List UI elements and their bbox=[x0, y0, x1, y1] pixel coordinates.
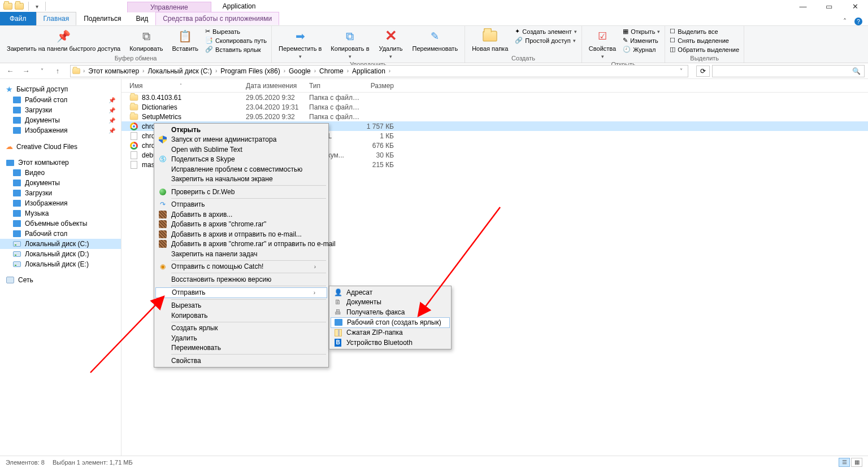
recent-locations-button[interactable]: ˅ bbox=[35, 65, 49, 77]
nav-item[interactable]: Объемные объекты bbox=[0, 218, 121, 229]
ctx-add-email[interactable]: Добавить в архив и отправить по e-mail..… bbox=[155, 229, 327, 239]
open-button[interactable]: ▦Открыть bbox=[622, 27, 661, 36]
ctx-copy[interactable]: Копировать bbox=[155, 310, 327, 321]
ctx-sublime[interactable]: Open with Sublime Text bbox=[155, 145, 327, 155]
nav-item[interactable]: Рабочий стол📌 bbox=[0, 95, 121, 105]
nav-item[interactable]: Загрузки bbox=[0, 188, 121, 198]
nav-item[interactable]: Видео bbox=[0, 168, 121, 178]
copy-to-button[interactable]: ⧉Копировать в bbox=[327, 27, 372, 60]
ctx-cut[interactable]: Вырезать bbox=[155, 301, 327, 311]
copy-button[interactable]: ⧉Копировать bbox=[126, 27, 166, 54]
back-button[interactable]: ← bbox=[3, 65, 17, 77]
nav-item[interactable]: Локальный диск (D:) bbox=[0, 249, 121, 259]
qat-customize-icon[interactable]: ▾ bbox=[33, 3, 41, 10]
qat-folder-icon[interactable] bbox=[15, 2, 24, 10]
ctx-share[interactable]: ↷Отправить bbox=[155, 200, 327, 210]
breadcrumb-segment[interactable]: Application bbox=[350, 67, 388, 75]
chevron-right-icon[interactable]: › bbox=[141, 68, 145, 74]
nav-item[interactable]: Музыка bbox=[0, 208, 121, 218]
pin-quickaccess-button[interactable]: 📌Закрепить на панели быстрого доступа bbox=[3, 27, 124, 54]
column-date[interactable]: Дата изменения bbox=[246, 82, 309, 90]
navigation-pane[interactable]: ★Быстрый доступ Рабочий стол📌Загрузки📌До… bbox=[0, 79, 121, 456]
sub-recipient[interactable]: 👤Адресат bbox=[331, 287, 450, 298]
up-button[interactable]: ↑ bbox=[51, 65, 64, 77]
ctx-pin-start[interactable]: Закрепить на начальном экране bbox=[155, 174, 327, 185]
ctx-create-shortcut[interactable]: Создать ярлык bbox=[155, 323, 327, 334]
breadcrumb-segment[interactable]: Этот компьютер bbox=[86, 67, 141, 75]
new-item-button[interactable]: ✦Создать элемент bbox=[514, 27, 578, 36]
sub-documents[interactable]: 🗎Документы bbox=[331, 298, 450, 308]
history-button[interactable]: 🕘Журнал bbox=[622, 45, 661, 54]
nav-item[interactable]: Локальный диск (C:) bbox=[0, 239, 121, 249]
file-row[interactable]: 83.0.4103.6129.05.2020 9:32Папка с файла… bbox=[121, 93, 868, 102]
nav-quick-access[interactable]: ★Быстрый доступ bbox=[0, 84, 121, 95]
tab-file[interactable]: Файл bbox=[0, 12, 36, 25]
nav-item[interactable]: Изображения bbox=[0, 198, 121, 208]
cut-button[interactable]: ✂Вырезать bbox=[204, 27, 268, 36]
tab-home[interactable]: Главная bbox=[36, 12, 77, 25]
ctx-pin-taskbar[interactable]: Закрепить на панели задач bbox=[155, 249, 327, 259]
sub-zip[interactable]: Сжатая ZIP-папка bbox=[331, 328, 450, 338]
chevron-right-icon[interactable]: › bbox=[214, 68, 218, 74]
nav-creative-cloud[interactable]: ☁Creative Cloud Files bbox=[0, 141, 121, 152]
ctx-add-chrome-email[interactable]: Добавить в архив "chrome.rar" и отправит… bbox=[155, 239, 327, 250]
ctx-rename[interactable]: Переименовать bbox=[155, 343, 327, 353]
nav-network[interactable]: Сеть bbox=[0, 275, 121, 285]
edit-button[interactable]: ✎Изменить bbox=[622, 36, 661, 45]
nav-item[interactable]: Документы bbox=[0, 178, 121, 188]
tab-app-tools[interactable]: Средства работы с приложениями bbox=[155, 12, 279, 25]
breadcrumb-segment[interactable]: Chrome bbox=[317, 67, 346, 75]
move-to-button[interactable]: ➡Переместить в bbox=[275, 27, 325, 60]
maximize-button[interactable]: ▭ bbox=[816, 0, 842, 12]
ctx-add-archive[interactable]: Добавить в архив... bbox=[155, 209, 327, 220]
ctx-properties[interactable]: Свойства bbox=[155, 356, 327, 366]
ctx-send-to[interactable]: Отправить› bbox=[155, 287, 327, 298]
ctx-open[interactable]: Открыть bbox=[155, 125, 327, 135]
chevron-right-icon[interactable]: › bbox=[346, 68, 350, 74]
properties-button[interactable]: ☑Свойства bbox=[585, 27, 619, 60]
details-view-button[interactable]: ☰ bbox=[839, 458, 850, 467]
forward-button[interactable]: → bbox=[19, 65, 33, 77]
invert-selection-button[interactable]: ◫Обратить выделение bbox=[669, 45, 740, 54]
easy-access-button[interactable]: 🔗Простой доступ bbox=[514, 36, 578, 45]
column-size[interactable]: Размер bbox=[360, 82, 394, 90]
ctx-drweb[interactable]: Проверить с Dr.Web bbox=[155, 187, 327, 197]
address-bar[interactable]: › Этот компьютер›Локальный диск (C:)›Pro… bbox=[70, 65, 688, 77]
sub-bluetooth[interactable]: BУстройство Bluetooth bbox=[331, 338, 450, 348]
column-headers[interactable]: Имя˄ Дата изменения Тип Размер bbox=[121, 79, 868, 93]
breadcrumb-segment[interactable]: Program Files (x86) bbox=[218, 67, 282, 75]
tab-share[interactable]: Поделиться bbox=[76, 12, 128, 25]
nav-item[interactable]: Локальный диск (E:) bbox=[0, 259, 121, 269]
rename-button[interactable]: ✎Переименовать bbox=[409, 27, 462, 54]
select-all-button[interactable]: ☐Выделить все bbox=[669, 27, 740, 36]
help-icon[interactable]: ? bbox=[854, 18, 862, 25]
icons-view-button[interactable]: ▦ bbox=[851, 458, 862, 467]
nav-item[interactable]: Рабочий стол bbox=[0, 229, 121, 239]
paste-shortcut-button[interactable]: 🔗Вставить ярлык bbox=[204, 45, 268, 54]
address-dropdown-icon[interactable]: ˅ bbox=[674, 65, 688, 77]
column-name[interactable]: Имя˄ bbox=[129, 82, 246, 90]
nav-item[interactable]: Загрузки📌 bbox=[0, 105, 121, 115]
copy-path-button[interactable]: 📑Скопировать путь bbox=[204, 36, 268, 45]
file-row[interactable]: SetupMetrics29.05.2020 9:32Папка с файла… bbox=[121, 112, 868, 121]
chevron-right-icon[interactable]: › bbox=[82, 68, 86, 74]
column-type[interactable]: Тип bbox=[309, 82, 360, 90]
ctx-skype[interactable]: ⓈПоделиться в Skype bbox=[155, 155, 327, 165]
sub-fax[interactable]: 🖷Получатель факса bbox=[331, 307, 450, 317]
ctx-delete[interactable]: Удалить bbox=[155, 333, 327, 343]
close-button[interactable]: ✕ bbox=[842, 0, 868, 12]
nav-this-pc[interactable]: Этот компьютер bbox=[0, 158, 121, 168]
file-row[interactable]: Dictionaries23.04.2020 19:31Папка с файл… bbox=[121, 102, 868, 112]
ribbon-collapse-icon[interactable]: ˄ bbox=[843, 18, 847, 25]
minimize-button[interactable]: — bbox=[790, 0, 816, 12]
ctx-send-catch[interactable]: ◉Отправить с помощью Catch!› bbox=[155, 262, 327, 272]
ctx-run-admin[interactable]: Запуск от имени администратора bbox=[155, 135, 327, 145]
ctx-restore-prev[interactable]: Восстановить прежнюю версию bbox=[155, 274, 327, 285]
breadcrumb-segment[interactable]: Google bbox=[287, 67, 313, 75]
chevron-right-icon[interactable]: › bbox=[388, 68, 392, 74]
tab-view[interactable]: Вид bbox=[128, 12, 155, 25]
search-input[interactable]: 🔍 bbox=[712, 65, 865, 77]
ctx-compat[interactable]: Исправление проблем с совместимостью bbox=[155, 164, 327, 174]
paste-button[interactable]: 📋Вставить bbox=[168, 27, 202, 54]
sub-desktop-shortcut[interactable]: Рабочий стол (создать ярлык) bbox=[331, 317, 450, 328]
